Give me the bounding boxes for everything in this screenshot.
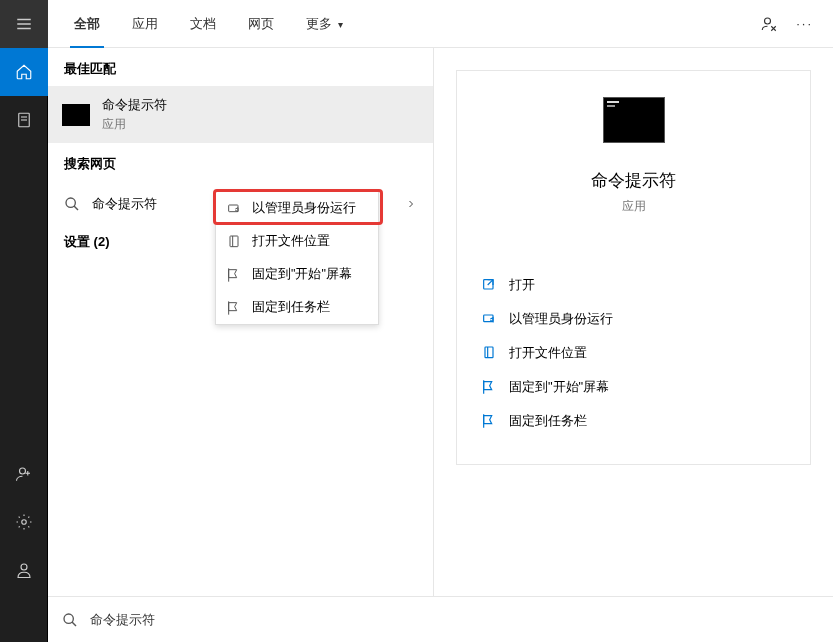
- search-icon: [62, 612, 78, 628]
- search-bar[interactable]: 命令提示符: [48, 596, 833, 642]
- svg-rect-22: [485, 347, 493, 358]
- pin-icon: [226, 267, 242, 283]
- chevron-right-icon: [405, 198, 417, 210]
- pin-icon: [226, 300, 242, 316]
- section-best-match: 最佳匹配: [48, 48, 433, 86]
- result-title: 命令提示符: [102, 96, 167, 114]
- nav-home[interactable]: [0, 48, 48, 96]
- svg-point-6: [20, 468, 26, 474]
- nav-account[interactable]: [0, 546, 48, 594]
- svg-line-13: [74, 206, 78, 210]
- svg-rect-15: [230, 236, 238, 247]
- svg-line-20: [488, 280, 493, 285]
- svg-point-26: [64, 614, 73, 623]
- feedback-icon[interactable]: [760, 15, 778, 33]
- preview-thumbnail-icon: [603, 97, 665, 143]
- left-navigation-rail: [0, 0, 48, 642]
- ctx-open-file-location[interactable]: 打开文件位置: [216, 225, 378, 258]
- svg-line-27: [72, 622, 76, 626]
- svg-point-11: [765, 18, 771, 24]
- result-thumbnail-icon: [62, 104, 90, 126]
- result-subtitle: 应用: [102, 116, 167, 133]
- nav-add-user[interactable]: [0, 450, 48, 498]
- result-item-cmd[interactable]: 命令提示符 应用: [48, 86, 433, 143]
- context-menu: 以管理员身份运行 打开文件位置 固定到"开始"屏幕: [215, 191, 379, 325]
- tab-doc[interactable]: 文档: [176, 1, 230, 47]
- pin-icon: [481, 413, 497, 429]
- svg-point-12: [66, 198, 75, 207]
- action-pin-taskbar[interactable]: 固定到任务栏: [475, 404, 792, 438]
- search-web-query: 命令提示符: [92, 195, 157, 213]
- nav-settings[interactable]: [0, 498, 48, 546]
- action-open-file-location[interactable]: 打开文件位置: [475, 336, 792, 370]
- search-icon: [64, 196, 80, 212]
- action-pin-start[interactable]: 固定到"开始"屏幕: [475, 370, 792, 404]
- svg-point-9: [22, 520, 27, 525]
- menu-button[interactable]: [0, 0, 48, 48]
- tab-web[interactable]: 网页: [234, 1, 288, 47]
- svg-point-10: [21, 564, 27, 570]
- pin-icon: [481, 379, 497, 395]
- search-input[interactable]: 命令提示符: [90, 611, 155, 629]
- folder-icon: [226, 234, 242, 250]
- open-icon: [481, 277, 497, 293]
- more-options-icon[interactable]: ···: [796, 16, 813, 31]
- preview-title: 命令提示符: [591, 169, 676, 192]
- nav-documents[interactable]: [0, 96, 48, 144]
- search-results-column: 最佳匹配 命令提示符 应用 搜索网页 命令提示符 设置 (2): [48, 48, 433, 642]
- filter-tabs: 全部 应用 文档 网页 更多 ▾ ···: [48, 0, 833, 48]
- ctx-pin-start[interactable]: 固定到"开始"屏幕: [216, 258, 378, 291]
- preview-subtitle: 应用: [622, 198, 646, 215]
- action-open[interactable]: 打开: [475, 268, 792, 302]
- ctx-run-as-admin[interactable]: 以管理员身份运行: [216, 192, 378, 225]
- tab-more[interactable]: 更多 ▾: [292, 1, 357, 47]
- action-run-as-admin[interactable]: 以管理员身份运行: [475, 302, 792, 336]
- tab-app[interactable]: 应用: [118, 1, 172, 47]
- shield-icon: [481, 311, 497, 327]
- folder-icon: [481, 345, 497, 361]
- shield-icon: [226, 201, 242, 217]
- preview-pane: 命令提示符 应用 打开 以管理员身份运行: [433, 48, 833, 642]
- tab-all[interactable]: 全部: [60, 1, 114, 47]
- ctx-pin-taskbar[interactable]: 固定到任务栏: [216, 291, 378, 324]
- section-search-web: 搜索网页: [48, 143, 433, 185]
